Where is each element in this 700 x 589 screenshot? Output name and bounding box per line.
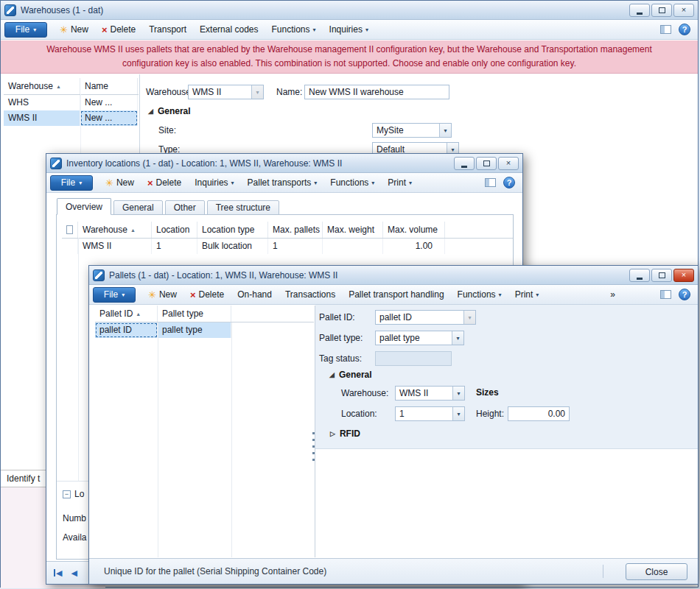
file-menu-button[interactable]: File ▾	[4, 22, 47, 38]
general-section-header[interactable]: ◢ General	[148, 106, 191, 116]
titlebar[interactable]: Inventory locations (1 - dat) - Location…	[46, 154, 522, 173]
menu-overflow-chevron[interactable]: »	[603, 285, 622, 304]
menu-inquiries[interactable]: Inquiries ▾	[188, 173, 240, 192]
column-header-location[interactable]: Location	[152, 222, 197, 238]
cell-max-pallets[interactable]: 1	[268, 239, 323, 254]
titlebar[interactable]: Pallets (1 - dat) - Location: 1, WMS II,…	[89, 266, 698, 285]
row-checkbox-cell[interactable]	[62, 239, 78, 254]
menu-pallet-transport-handling[interactable]: Pallet transport handling	[342, 285, 450, 304]
dropdown-button[interactable]: ▾	[452, 331, 463, 345]
menu-transactions[interactable]: Transactions	[279, 285, 342, 304]
menu-functions[interactable]: Functions ▾	[323, 173, 381, 192]
select-all-checkbox-cell[interactable]	[62, 222, 78, 238]
dropdown-button[interactable]: ▾	[439, 124, 451, 137]
titlebar[interactable]: Warehouses (1 - dat) ×	[1, 1, 698, 20]
close-button[interactable]: ×	[673, 269, 694, 282]
pallet-type-combobox[interactable]: pallet type ▾	[375, 331, 464, 345]
column-header-warehouse[interactable]: Warehouse ▲	[4, 78, 80, 94]
column-header-name[interactable]: Name	[80, 78, 138, 94]
menu-new[interactable]: ✳ New	[53, 20, 95, 39]
help-icon[interactable]: ?	[679, 289, 690, 300]
help-glyph: ?	[682, 25, 687, 34]
site-combobox[interactable]: MySite ▾	[372, 123, 452, 138]
dropdown-button[interactable]: ▾	[452, 407, 464, 420]
menu-functions[interactable]: Functions ▾	[451, 285, 508, 304]
cell-warehouse[interactable]: WMS II	[4, 110, 80, 126]
dropdown-button[interactable]: ▾	[251, 85, 263, 99]
menu-functions[interactable]: Functions ▾	[265, 20, 323, 39]
warehouse-combobox[interactable]: WMS II ▾	[188, 85, 264, 99]
column-header-pallet-type[interactable]: Pallet type	[158, 306, 231, 322]
tab-other[interactable]: Other	[165, 200, 205, 215]
cell-warehouse[interactable]: WMS II	[78, 239, 152, 254]
menu-pallet-transports[interactable]: Pallet transports ▾	[241, 173, 324, 192]
pallet-id-combobox[interactable]: pallet ID ▾	[375, 310, 476, 325]
splitter-grip[interactable]	[312, 432, 315, 463]
cell-pallet-type[interactable]: pallet type	[158, 322, 231, 338]
name-input[interactable]: New WMS II warehouse	[304, 85, 449, 99]
tab-overview[interactable]: Overview	[57, 198, 111, 215]
cell-max-weight[interactable]	[323, 239, 383, 254]
close-button[interactable]: ×	[498, 157, 519, 170]
menu-external-codes[interactable]: External codes	[193, 20, 265, 39]
height-input[interactable]: 0.00	[508, 406, 570, 421]
close-form-button[interactable]: Close	[626, 563, 687, 580]
close-button[interactable]: ×	[673, 4, 694, 17]
dropdown-button[interactable]: ▾	[452, 387, 464, 400]
menu-onhand[interactable]: On-hand	[231, 285, 279, 304]
first-record-button[interactable]: ◀	[54, 568, 62, 578]
tab-general[interactable]: General	[113, 200, 163, 215]
checkbox[interactable]	[66, 225, 73, 234]
table-row[interactable]: WHS New ...	[4, 95, 139, 110]
maximize-button[interactable]	[651, 4, 672, 17]
location-combobox[interactable]: 1 ▾	[395, 406, 465, 421]
menu-print[interactable]: Print ▾	[381, 173, 419, 192]
menu-print[interactable]: Print ▾	[508, 285, 546, 304]
minimize-button[interactable]	[629, 269, 650, 282]
menu-delete[interactable]: × Delete	[95, 20, 142, 39]
menu-delete[interactable]: × Delete	[183, 285, 231, 304]
file-label: File	[15, 24, 29, 35]
grid-header: Warehouse ▲ Location Location type Max. …	[62, 222, 513, 239]
table-row-selected[interactable]: WMS II New ...	[4, 110, 139, 126]
group-expander-icon[interactable]: −	[63, 490, 71, 498]
column-header-warehouse[interactable]: Warehouse ▲	[78, 222, 152, 238]
help-icon[interactable]: ?	[503, 177, 515, 188]
table-row-selected[interactable]: pallet ID pallet type	[95, 322, 314, 338]
help-icon[interactable]: ?	[679, 24, 690, 35]
view-panes-icon[interactable]	[660, 25, 671, 34]
menu-inquiries[interactable]: Inquiries ▾	[323, 20, 375, 39]
dropdown-button[interactable]: ▾	[463, 311, 475, 324]
tab-tree-structure[interactable]: Tree structure	[207, 200, 279, 215]
cell-pallet-id[interactable]: pallet ID	[95, 322, 158, 338]
menu-new[interactable]: ✳ New	[99, 173, 141, 192]
column-header-location-type[interactable]: Location type	[197, 222, 268, 238]
cell-name[interactable]: New ...	[80, 110, 138, 126]
pane-divider[interactable]	[139, 74, 140, 154]
file-menu-button[interactable]: File ▾	[50, 175, 93, 191]
cell-warehouse[interactable]: WHS	[4, 95, 80, 110]
cell-location-type[interactable]: Bulk location	[197, 239, 268, 254]
warehouse-combobox[interactable]: WMS II ▾	[395, 386, 465, 401]
previous-record-button[interactable]: ◀	[71, 568, 77, 578]
general-section-header[interactable]: ◢ General	[329, 370, 372, 380]
file-menu-button[interactable]: File ▾	[93, 287, 136, 303]
minimize-button[interactable]	[629, 4, 650, 17]
column-header-max-volume[interactable]: Max. volume	[383, 222, 445, 238]
cell-location[interactable]: 1	[152, 239, 197, 254]
view-panes-icon[interactable]	[485, 178, 496, 187]
column-header-max-pallets[interactable]: Max. pallets	[268, 222, 323, 238]
column-header-pallet-id[interactable]: Pallet ID ▲	[95, 306, 158, 322]
maximize-button[interactable]	[651, 269, 672, 282]
cell-name[interactable]: New ...	[80, 95, 138, 110]
rfid-section-header[interactable]: ▷ RFID	[330, 428, 360, 439]
maximize-button[interactable]	[476, 157, 497, 170]
cell-max-volume[interactable]: 1.00	[383, 239, 445, 254]
view-panes-icon[interactable]	[660, 290, 671, 299]
menu-new[interactable]: ✳ New	[141, 285, 183, 304]
menu-transport[interactable]: Transport	[142, 20, 193, 39]
table-row[interactable]: WMS II 1 Bulk location 1 1.00	[62, 239, 513, 254]
minimize-button[interactable]	[454, 157, 475, 170]
column-header-max-weight[interactable]: Max. weight	[323, 222, 383, 238]
menu-delete[interactable]: × Delete	[141, 173, 188, 192]
